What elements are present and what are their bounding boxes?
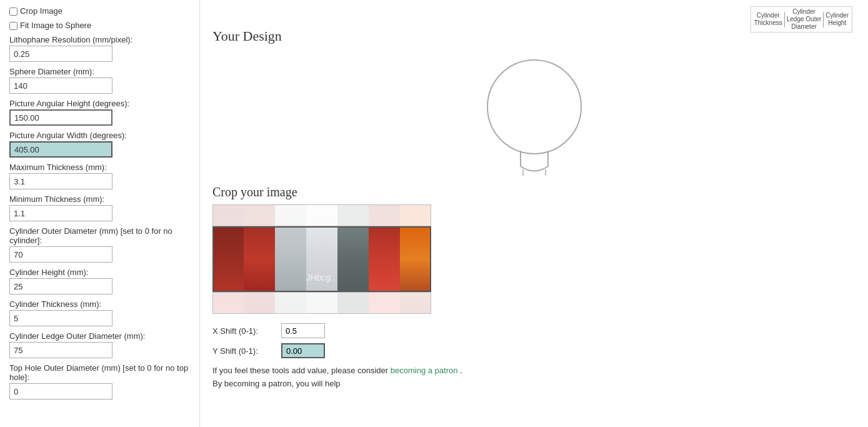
top-hole-row: Top Hole Outer Diameter (mm) [set to 0 f… [9, 363, 190, 399]
dimension-diagram-area: CylinderThickness CylinderLedge OuterDia… [212, 6, 856, 25]
cylinder-outer-label: Cylinder Outer Diameter (mm) [set to 0 f… [9, 226, 190, 245]
patron-section: If you feel these tools add value, pleas… [212, 364, 462, 391]
right-panel: CylinderThickness CylinderLedge OuterDia… [200, 0, 868, 427]
cylinder-thickness-input[interactable] [9, 310, 112, 326]
resolution-row: Lithophane Resolution (mm/pixel): [9, 35, 190, 62]
cylinder-outer-row: Cylinder Outer Diameter (mm) [set to 0 f… [9, 226, 190, 263]
sphere-diameter-label: Sphere Diameter (mm): [9, 67, 190, 76]
x-shift-label: X Shift (0-1): [212, 326, 275, 336]
min-thickness-label: Minimum Thickness (mm): [9, 194, 190, 204]
cylinder-height-row: Cylinder Height (mm): [9, 268, 190, 294]
dimension-labels: CylinderThickness CylinderLedge OuterDia… [751, 6, 852, 33]
left-panel: Crop Image Fit Image to Sphere Lithophan… [0, 0, 200, 427]
angular-height-row: Picture Angular Height (degrees): [9, 99, 190, 126]
crop-image-checkbox[interactable] [9, 8, 17, 16]
angular-height-input[interactable] [9, 109, 112, 126]
dim-label-ledge: CylinderLedge OuterDiameter [787, 8, 822, 31]
resolution-label: Lithophane Resolution (mm/pixel): [9, 35, 190, 44]
top-hole-label: Top Hole Outer Diameter (mm) [set to 0 f… [9, 363, 190, 382]
max-thickness-row: Maximum Thickness (mm): [9, 163, 190, 189]
fit-sphere-checkbox[interactable] [9, 22, 17, 30]
y-shift-row: Y Shift (0-1): [212, 343, 856, 358]
sphere-diameter-input[interactable] [9, 78, 112, 94]
angular-width-label: Picture Angular Width (degrees): [9, 131, 190, 140]
svg-point-0 [487, 60, 581, 154]
patron-link[interactable]: becoming a patron [391, 366, 458, 375]
min-thickness-row: Minimum Thickness (mm): [9, 194, 190, 221]
y-shift-label: Y Shift (0-1): [212, 346, 275, 356]
main-layout: Crop Image Fit Image to Sphere Lithophan… [0, 0, 868, 427]
cylinder-ledge-input[interactable] [9, 342, 112, 358]
crop-container: JHbcg... [212, 204, 431, 314]
cylinder-thickness-row: Cylinder Thickness (mm): [9, 299, 190, 326]
sphere-svg [478, 51, 591, 176]
patron-text-1: If you feel these tools add value, pleas… [212, 366, 388, 375]
dim-label-thickness: CylinderThickness [754, 12, 782, 27]
angular-width-input[interactable] [9, 141, 112, 158]
cylinder-height-label: Cylinder Height (mm): [9, 268, 190, 277]
y-shift-input[interactable] [281, 343, 325, 358]
angular-height-label: Picture Angular Height (degrees): [9, 99, 190, 108]
dim-separator-1 [784, 12, 785, 28]
dim-separator-2 [823, 12, 824, 28]
crop-title: Crop your image [212, 185, 856, 199]
cylinder-ledge-row: Cylinder Ledge Outer Diameter (mm): [9, 331, 190, 358]
sphere-diameter-row: Sphere Diameter (mm): [9, 67, 190, 94]
max-thickness-label: Maximum Thickness (mm): [9, 163, 190, 172]
crop-top-overlay [212, 204, 431, 226]
cylinder-thickness-label: Cylinder Thickness (mm): [9, 299, 190, 309]
cylinder-height-input[interactable] [9, 278, 112, 294]
fit-sphere-row: Fit Image to Sphere [9, 21, 190, 31]
crop-image-label: Crop Image [20, 6, 62, 16]
watermark: JHbcg... [306, 273, 337, 283]
cylinder-outer-input[interactable] [9, 246, 112, 263]
fit-sphere-label: Fit Image to Sphere [20, 21, 91, 30]
x-shift-row: X Shift (0-1): [212, 323, 856, 338]
cylinder-ledge-label: Cylinder Ledge Outer Diameter (mm): [9, 331, 190, 341]
resolution-input[interactable] [9, 46, 112, 62]
dim-label-height: CylinderHeight [826, 12, 849, 27]
crop-bottom-overlay [212, 292, 431, 314]
min-thickness-input[interactable] [9, 205, 112, 221]
design-diagram [212, 51, 856, 176]
crop-image-row: Crop Image [9, 6, 190, 17]
x-shift-input[interactable] [281, 323, 325, 338]
max-thickness-input[interactable] [9, 173, 112, 189]
angular-width-row: Picture Angular Width (degrees): [9, 131, 190, 158]
top-hole-input[interactable] [9, 383, 112, 399]
